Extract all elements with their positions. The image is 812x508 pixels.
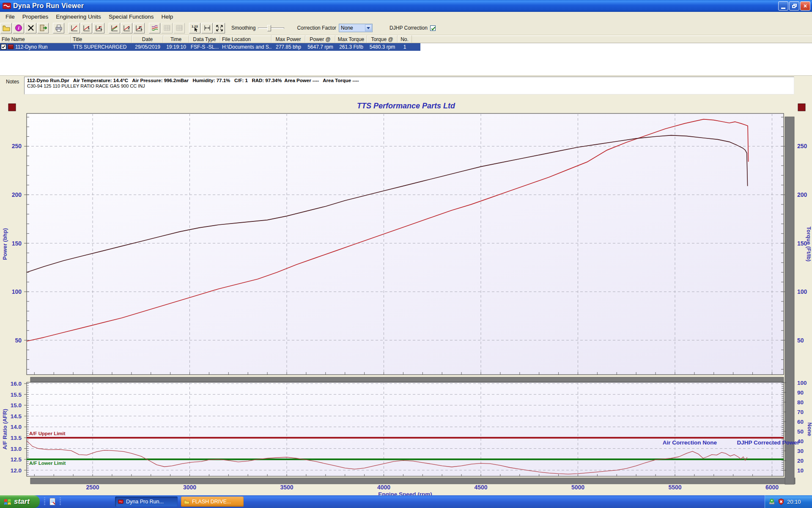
graph-1-down-icon: 1	[95, 24, 103, 32]
column-header-no[interactable]: No.	[398, 36, 412, 43]
title-bar[interactable]: Dyna Pro Run Viewer ×	[0, 0, 812, 12]
grid-b-button[interactable]	[173, 23, 185, 33]
smoothing-slider[interactable]	[258, 24, 284, 32]
graph-2-torque-button[interactable]: 2	[133, 23, 145, 33]
afr-axis-tick-label: 12.5	[11, 456, 22, 463]
scale-axes-button[interactable]	[201, 23, 213, 33]
djhp-corrected-text: DJHP Corrected Power	[737, 439, 799, 446]
quick-launch-handle[interactable]	[44, 497, 45, 506]
overlay-graphs-button[interactable]	[149, 23, 160, 33]
graph-green-icon	[110, 24, 119, 32]
zoom-extents-button[interactable]	[214, 23, 225, 33]
menu-item-help[interactable]: Help	[157, 13, 177, 21]
row-cell-time: 19:19:10	[163, 43, 189, 51]
none-axis-tick-label: 100	[797, 380, 807, 386]
row-cell-torque_at: 5480.3 rpm	[367, 43, 398, 51]
chart-hscroll-top[interactable]	[30, 377, 784, 383]
system-tray: 20:10	[765, 495, 812, 508]
minimize-icon	[781, 8, 785, 9]
rpm-tick-label: 5000	[571, 484, 584, 491]
row-cell-no: 1	[398, 43, 412, 51]
afr-axis-tick-label: 15.0	[11, 402, 22, 409]
none-axis-tick-label: 60	[797, 419, 804, 425]
correction-factor-select[interactable]: None	[339, 24, 373, 32]
afr-limit-label: A/F Upper Limit	[29, 431, 66, 436]
graph-red-icon	[70, 24, 79, 32]
notes-box[interactable]: 112-Dyno Run.Dpr Air Temperature: 14.4°C…	[24, 77, 794, 94]
row-checkbox[interactable]	[1, 44, 6, 50]
info-button[interactable]: i	[13, 23, 24, 33]
column-header-torque_at[interactable]: Torque @	[367, 36, 398, 43]
graph-green-button[interactable]	[109, 23, 120, 33]
print-button[interactable]	[53, 23, 64, 33]
power-axis-label: Power (bhp)	[2, 228, 8, 260]
quick-launch	[40, 495, 65, 508]
pointer-values-button[interactable]: 1.23	[189, 23, 200, 33]
row-cell-data_type: FSF-S -SL...	[189, 43, 220, 51]
chart-hscroll-bottom[interactable]	[30, 478, 795, 484]
column-header-time[interactable]: Time	[163, 36, 189, 43]
torque-axis-tick-label: 250	[797, 143, 807, 149]
run-viewer-shortcut-icon[interactable]	[49, 498, 56, 505]
chart-handle-left[interactable]	[8, 104, 16, 111]
exit-button[interactable]	[37, 23, 49, 33]
row-cell-file_name: 112-Dyno Run	[0, 43, 71, 51]
rpm-tick-label: 3500	[280, 484, 293, 491]
graph-1-button[interactable]: 1	[81, 23, 92, 33]
column-header-file_name[interactable]: File Name	[0, 36, 71, 43]
grid-a-button[interactable]	[161, 23, 173, 33]
chart-vscroll-right[interactable]	[785, 117, 794, 484]
svg-text:1: 1	[99, 25, 101, 30]
column-header-power_at[interactable]: Power @	[305, 36, 335, 43]
task-button-flash-drive-[interactable]: FLASH DRIVE...	[181, 497, 244, 507]
task-button-dyna-pro-run-[interactable]: Dyna Pro Run...	[115, 497, 178, 507]
grid-icon	[175, 24, 184, 32]
none-axis-tick-label: 30	[797, 448, 804, 454]
torque-axis-tick-label: 50	[797, 337, 804, 344]
close-icon: ×	[804, 3, 807, 9]
graph-1-torque-button[interactable]: 1	[93, 23, 104, 33]
column-header-filler	[412, 36, 812, 43]
menu-item-special-functions[interactable]: Special Functions	[105, 13, 158, 21]
none-axis-tick-label: 70	[797, 409, 804, 415]
menu-item-file[interactable]: File	[2, 13, 19, 21]
column-header-max_power[interactable]: Max Power	[272, 36, 305, 43]
chart-handle-right[interactable]	[798, 104, 805, 111]
power-axis-tick-label: 50	[15, 337, 22, 344]
column-header-file_location[interactable]: File Location	[220, 36, 272, 43]
checkmark-icon	[431, 26, 436, 31]
row-cell-power_at: 5647.7 rpm	[305, 43, 335, 51]
rpm-tick-label: 4500	[474, 484, 487, 491]
start-label: start	[14, 497, 30, 506]
print-icon	[55, 24, 63, 32]
taskbar-clock: 20:10	[787, 499, 801, 505]
menu-bar: FilePropertiesEngineering UnitsSpecial F…	[0, 12, 812, 21]
graph-2-button[interactable]: 2	[121, 23, 132, 33]
chevron-down-icon[interactable]	[365, 25, 372, 31]
smoothing-slider-thumb[interactable]	[267, 25, 271, 31]
graph-power-button[interactable]	[69, 23, 80, 33]
close-button[interactable]: ×	[800, 1, 810, 11]
column-header-max_torque[interactable]: Max Torque	[335, 36, 367, 43]
quick-launch-handle-2[interactable]	[60, 497, 61, 506]
menu-item-properties[interactable]: Properties	[19, 13, 52, 21]
afr-axis-tick-label: 14.5	[11, 413, 22, 420]
usb-eject-icon[interactable]	[768, 498, 775, 505]
rpm-tick-label: 3000	[183, 484, 196, 491]
notes-line-2: C30-94 125 110 PULLEY RATIO RACE GAS 900…	[27, 83, 791, 88]
row-cell-title: TTS SUPERCHARGED	[71, 43, 132, 51]
column-header-data_type[interactable]: Data Type	[189, 36, 220, 43]
delete-run-button[interactable]	[25, 23, 36, 33]
security-shield-icon[interactable]	[778, 498, 785, 505]
minimize-button[interactable]	[778, 1, 788, 11]
table-row[interactable]: 112-Dyno RunTTS SUPERCHARGED29/05/201919…	[0, 43, 420, 51]
start-button[interactable]: start	[0, 495, 40, 508]
open-file-button[interactable]	[0, 23, 12, 33]
menu-item-engineering-units[interactable]: Engineering Units	[52, 13, 105, 21]
restore-button[interactable]	[789, 1, 799, 11]
column-header-title[interactable]: Title	[71, 36, 132, 43]
notes-line-1: 112-Dyno Run.Dpr Air Temperature: 14.4°C…	[27, 78, 791, 83]
column-header-date[interactable]: Date	[132, 36, 163, 43]
djhp-correction-checkbox[interactable]	[430, 25, 436, 31]
air-correction-text: Air Correction None	[663, 439, 717, 446]
